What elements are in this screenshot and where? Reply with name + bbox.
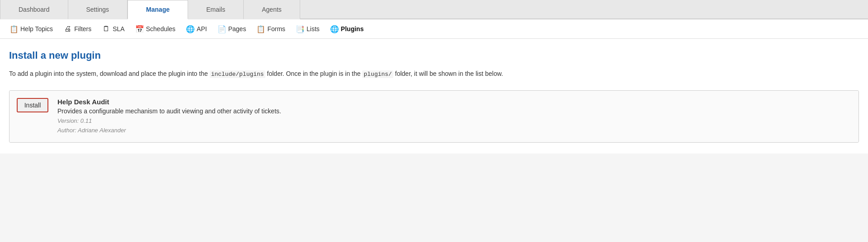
subnav-api-label: API [197,25,207,33]
subnav-plugins-label: Plugins [341,25,364,33]
code-include-plugins: include/plugins [210,70,265,78]
subnav-sla-label: SLA [113,25,124,33]
description-text-2: folder. Once in the plugin is in the [265,70,363,77]
subnav-pages-label: Pages [228,25,246,33]
api-icon: 🌐 [186,25,194,33]
subnav-sla[interactable]: 🗒 SLA [98,23,129,35]
subnav-forms-label: Forms [267,25,285,33]
lists-icon: 📑 [296,25,304,33]
tab-dashboard[interactable]: Dashboard [0,0,68,19]
subnav-lists[interactable]: 📑 Lists [292,23,324,35]
subnav-schedules-label: Schedules [146,25,175,33]
sla-icon: 🗒 [102,25,110,33]
tab-agents[interactable]: Agents [244,0,300,19]
description: To add a plugin into the system, downloa… [9,69,859,79]
pages-icon: 📄 [218,25,226,33]
subnav-pages[interactable]: 📄 Pages [213,23,251,35]
code-plugins-folder: plugins/ [362,70,393,78]
tab-manage[interactable]: Manage [127,0,188,19]
plugin-description: Provides a configurable mechanism to aud… [57,107,851,115]
plugins-icon: 🌐 [330,25,339,33]
table-row: Install Help Desk Audit Provides a confi… [9,91,859,143]
top-nav: Dashboard Settings Manage Emails Agents [0,0,868,19]
subnav-lists-label: Lists [307,25,320,33]
plugin-name: Help Desk Audit [57,98,851,106]
help-topics-icon: 📋 [10,25,18,33]
subnav-filters-label: Filters [74,25,91,33]
forms-icon: 📋 [257,25,265,33]
filters-icon: 🖨 [64,25,72,33]
schedules-icon: 📅 [136,25,144,33]
sub-nav: 📋 Help Topics 🖨 Filters 🗒 SLA 📅 Schedule… [0,19,868,39]
page-title: Install a new plugin [9,50,859,61]
subnav-help-topics-label: Help Topics [20,25,53,33]
main-content: Install a new plugin To add a plugin int… [0,39,868,154]
subnav-api[interactable]: 🌐 API [182,23,212,35]
tab-emails[interactable]: Emails [188,0,244,19]
plugin-version: Version: 0.11 [57,116,851,126]
subnav-filters[interactable]: 🖨 Filters [59,23,96,35]
install-button[interactable]: Install [17,98,48,112]
subnav-schedules[interactable]: 📅 Schedules [131,23,180,35]
subnav-forms[interactable]: 📋 Forms [252,23,290,35]
tab-settings[interactable]: Settings [68,0,128,19]
description-text-1: To add a plugin into the system, downloa… [9,70,210,77]
subnav-plugins[interactable]: 🌐 Plugins [326,23,368,35]
plugin-author: Author: Adriane Alexander [57,126,851,135]
subnav-help-topics[interactable]: 📋 Help Topics [5,23,57,35]
plugin-info: Help Desk Audit Provides a configurable … [57,98,851,135]
description-text-3: folder, it will be shown in the list bel… [393,70,503,77]
plugin-list: Install Help Desk Audit Provides a confi… [9,90,859,143]
